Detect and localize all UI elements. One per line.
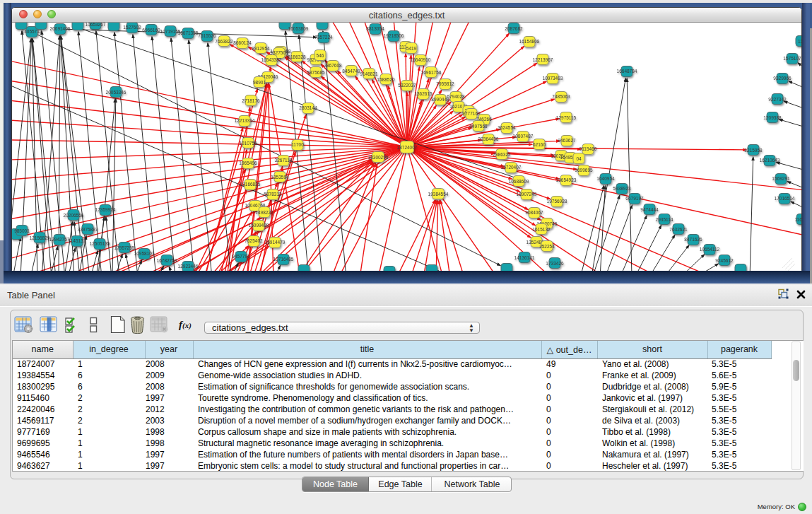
svg-text:16648784: 16648784 (617, 69, 637, 74)
svg-text:1588520: 1588520 (377, 77, 395, 82)
svg-text:16914479: 16914479 (265, 240, 286, 245)
svg-text:2867608: 2867608 (324, 63, 342, 68)
svg-text:62160: 62160 (533, 142, 546, 147)
svg-text:12213967: 12213967 (533, 57, 553, 62)
svg-text:5878312: 5878312 (264, 192, 282, 197)
svg-text:9777169: 9777169 (462, 111, 481, 116)
svg-text:15720407: 15720407 (501, 165, 522, 170)
svg-text:9329966: 9329966 (773, 76, 792, 81)
svg-text:7625402: 7625402 (245, 238, 263, 243)
svg-text:1353594: 1353594 (271, 175, 289, 180)
svg-text:16210643: 16210643 (760, 158, 780, 163)
svg-text:9327505: 9327505 (270, 50, 288, 55)
svg-text:16782759: 16782759 (157, 258, 177, 263)
svg-text:1498222: 1498222 (255, 210, 273, 215)
svg-text:12975115: 12975115 (556, 115, 577, 120)
svg-text:17957255: 17957255 (114, 245, 135, 250)
svg-text:16671355: 16671355 (178, 30, 199, 35)
svg-text:5938923: 5938923 (613, 186, 631, 191)
svg-text:20364436: 20364436 (478, 136, 499, 141)
svg-text:252254: 252254 (539, 244, 555, 249)
svg-text:17016514: 17016514 (775, 196, 795, 201)
svg-text:16154808: 16154808 (519, 39, 540, 44)
svg-text:2803144: 2803144 (299, 105, 317, 110)
svg-text:19166825: 19166825 (240, 182, 261, 187)
svg-text:12942757: 12942757 (49, 237, 70, 242)
svg-text:20206556: 20206556 (64, 213, 84, 218)
svg-text:1209388: 1209388 (763, 115, 782, 120)
svg-text:7955812: 7955812 (436, 81, 454, 86)
svg-text:15099489: 15099489 (249, 223, 269, 228)
svg-text:18724007: 18724007 (397, 145, 418, 150)
svg-text:5419: 5419 (406, 46, 417, 51)
svg-text:8912954: 8912954 (252, 46, 270, 51)
svg-text:1733426: 1733426 (546, 261, 564, 266)
svg-text:1362615: 1362615 (414, 91, 433, 96)
svg-text:9474444: 9474444 (640, 207, 659, 212)
svg-text:14136141: 14136141 (514, 255, 535, 260)
svg-text:18300295: 18300295 (368, 155, 389, 160)
svg-text:10973493: 10973493 (543, 76, 563, 81)
svg-text:6794028: 6794028 (447, 94, 465, 99)
svg-text:5875685: 5875685 (307, 70, 325, 75)
svg-text:6966160: 6966160 (142, 28, 160, 33)
svg-text:2718176: 2718176 (242, 98, 260, 103)
svg-text:04: 04 (576, 156, 582, 161)
svg-text:7485063: 7485063 (552, 94, 570, 99)
svg-text:9463627: 9463627 (558, 138, 576, 143)
svg-text:9084067: 9084067 (525, 210, 543, 215)
svg-text:f(x): f(x) (179, 319, 192, 330)
svg-text:9245612: 9245612 (715, 258, 734, 263)
svg-text:2935114: 2935114 (656, 217, 673, 222)
svg-text:985001: 985001 (14, 228, 30, 233)
svg-text:16961758: 16961758 (421, 70, 442, 75)
svg-text:8215958: 8215958 (744, 148, 763, 153)
svg-text:19384554: 19384554 (428, 192, 449, 197)
svg-text:10807487: 10807487 (513, 134, 534, 139)
svg-text:8471626: 8471626 (684, 237, 702, 242)
svg-text:1965496: 1965496 (239, 160, 257, 165)
svg-text:3624554: 3624554 (498, 125, 516, 130)
svg-text:1575107: 1575107 (783, 56, 801, 61)
svg-text:33975887: 33975887 (78, 227, 98, 232)
svg-text:6497568: 6497568 (469, 124, 488, 129)
svg-text:12505135: 12505135 (90, 241, 110, 246)
svg-text:9457791: 9457791 (232, 254, 250, 259)
svg-text:111: 111 (798, 39, 801, 44)
svg-text:2087682: 2087682 (505, 26, 523, 31)
svg-text:1640954: 1640954 (596, 176, 615, 181)
svg-text:19756928: 19756928 (547, 199, 567, 204)
svg-text:16053809: 16053809 (288, 26, 309, 31)
svg-text:1010755: 1010755 (239, 141, 257, 146)
svg-text:3267110: 3267110 (275, 158, 293, 163)
svg-text:17359924: 17359924 (95, 207, 116, 212)
svg-text:7663822: 7663822 (215, 39, 233, 44)
svg-text:8454749: 8454749 (342, 69, 360, 74)
svg-text:7357224: 7357224 (314, 35, 333, 40)
svg-text:9146821: 9146821 (360, 71, 378, 76)
svg-text:13716485: 13716485 (273, 257, 294, 262)
svg-text:7632621: 7632621 (669, 227, 688, 232)
svg-text:7986322: 7986322 (493, 152, 511, 157)
svg-text:1145131: 1145131 (69, 238, 86, 243)
svg-text:116753: 116753 (794, 217, 801, 222)
svg-text:20691406: 20691406 (50, 26, 71, 31)
svg-text:12213314: 12213314 (235, 118, 255, 123)
svg-text:10958107: 10958107 (134, 251, 155, 256)
svg-text:5322037: 5322037 (398, 83, 416, 88)
svg-text:8186328: 8186328 (288, 54, 306, 59)
svg-text:16543382: 16543382 (261, 57, 282, 62)
svg-text:98901: 98901 (253, 80, 266, 85)
svg-text:1569291: 1569291 (772, 176, 790, 181)
svg-text:12156829: 12156829 (30, 235, 50, 240)
svg-text:9227342: 9227342 (768, 97, 787, 102)
svg-text:14055712: 14055712 (22, 29, 42, 34)
svg-text:9115460: 9115460 (579, 146, 597, 151)
svg-text:1615132: 1615132 (532, 227, 551, 232)
svg-text:10653267: 10653267 (86, 23, 106, 27)
svg-text:546: 546 (317, 53, 324, 58)
svg-text:8660124: 8660124 (233, 40, 252, 45)
svg-text:7515526: 7515526 (198, 33, 216, 38)
svg-text:6679197: 6679197 (625, 196, 644, 201)
svg-text:1527602: 1527602 (123, 25, 141, 30)
